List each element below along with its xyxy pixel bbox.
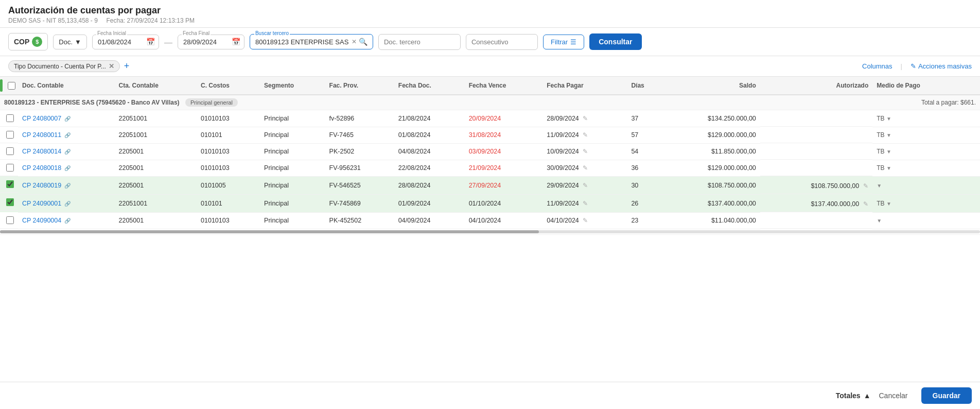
select-all-checkbox[interactable] [8, 82, 15, 90]
row-saldo: $11.040.000,00 [663, 212, 760, 229]
row-fecha-vence: 21/09/2024 [465, 160, 543, 176]
filter-icon: ☰ [570, 38, 576, 46]
row-checkbox-3[interactable] [6, 164, 14, 172]
medio-pago-dropdown-1[interactable]: ▼ [886, 132, 891, 138]
edit-fecha-pagar-icon-5[interactable]: ✎ [583, 200, 588, 207]
consultar-button[interactable]: Consultar [589, 33, 641, 50]
doc-link-2[interactable]: CP 24080014 [22, 148, 61, 155]
doc-link-0[interactable]: CP 24080007 [22, 115, 61, 122]
totales-button[interactable]: Totales ▲ [836, 391, 871, 400]
consecutivo-input[interactable] [466, 34, 538, 50]
medio-pago-dropdown-5[interactable]: ▼ [886, 201, 891, 207]
chevron-down-icon: ▼ [75, 38, 81, 46]
doc-link-4[interactable]: CP 24080019 [22, 182, 61, 189]
row-checkbox-cell[interactable] [0, 160, 18, 176]
edit-autorizado-icon-5[interactable]: ✎ [863, 200, 868, 208]
date-separator: — [164, 38, 172, 47]
medio-pago-dropdown-6[interactable]: ▼ [877, 218, 882, 224]
th-fecha-doc: Fecha Doc. [394, 77, 465, 95]
remove-filter-tag-button[interactable]: ✕ [109, 62, 114, 70]
medio-pago-dropdown-0[interactable]: ▼ [886, 116, 891, 122]
doc-link-5[interactable]: CP 24090001 [22, 200, 61, 207]
row-checkbox-cell[interactable] [0, 110, 18, 127]
edit-fecha-pagar-icon-2[interactable]: ✎ [583, 148, 588, 155]
footer-right: Cancelar Guardar [871, 387, 972, 404]
edit-fecha-pagar-icon-4[interactable]: ✎ [583, 182, 588, 189]
edit-autorizado-icon-4[interactable]: ✎ [863, 182, 868, 190]
row-cta-contable: 22051001 [115, 127, 197, 143]
external-link-icon-5[interactable]: 🔗 [64, 201, 71, 207]
row-doc-contable: CP 24080019 🔗 [18, 176, 115, 194]
row-cta-contable: 2205001 [115, 212, 197, 229]
row-fecha-doc: 28/08/2024 [394, 176, 465, 194]
doc-link-3[interactable]: CP 24080018 [22, 164, 61, 172]
row-cta-contable: 2205001 [115, 143, 197, 160]
row-checkbox-1[interactable] [6, 131, 14, 139]
doc-type-button[interactable]: Doc. ▼ [53, 35, 87, 49]
currency-selector[interactable]: COP $ [8, 33, 48, 50]
currency-icon: $ [32, 37, 42, 47]
acciones-masivas-button[interactable]: ✎ Acciones masivas [911, 62, 972, 70]
filtrar-button[interactable]: Filtrar ☰ [543, 35, 584, 49]
row-fecha-doc: 04/09/2024 [394, 212, 465, 229]
calendar-icon-inicial[interactable]: 📅 [146, 38, 155, 46]
doc-link-6[interactable]: CP 24090004 [22, 217, 61, 224]
clear-tercero-icon[interactable]: ✕ [352, 38, 357, 45]
fecha-inicial-field: Fecha Inicial 📅 [92, 35, 159, 49]
external-link-icon-4[interactable]: 🔗 [64, 183, 71, 189]
row-checkbox-cell[interactable] [0, 143, 18, 160]
external-link-icon-2[interactable]: 🔗 [64, 149, 71, 155]
row-checkbox-4[interactable] [6, 180, 14, 188]
totales-label: Totales [836, 391, 861, 400]
doc-link-1[interactable]: CP 24080011 [22, 131, 61, 139]
cancel-button[interactable]: Cancelar [871, 387, 916, 404]
row-autorizado [760, 167, 872, 176]
external-link-icon-1[interactable]: 🔗 [64, 132, 71, 138]
edit-icon: ✎ [911, 62, 916, 70]
row-checkbox-cell[interactable] [0, 212, 18, 229]
row-doc-contable: CP 24080018 🔗 [18, 160, 115, 176]
row-checkbox-2[interactable] [6, 147, 14, 155]
th-autorizado: Autorizado [760, 77, 872, 95]
currency-label: COP [14, 38, 29, 46]
row-saldo: $11.850.000,00 [663, 143, 760, 160]
row-dias: 30 [627, 176, 663, 194]
guardar-button[interactable]: Guardar [921, 387, 972, 404]
row-checkbox-cell[interactable] [0, 127, 18, 143]
row-fecha-pagar: 30/09/2024 ✎ [542, 160, 627, 176]
row-checkbox-cell[interactable] [0, 176, 18, 193]
edit-fecha-pagar-icon-3[interactable]: ✎ [583, 164, 588, 172]
external-link-icon-0[interactable]: 🔗 [64, 116, 71, 122]
columnas-button[interactable]: Columnas [862, 62, 892, 70]
row-checkbox-0[interactable] [6, 114, 14, 122]
search-icon[interactable]: 🔍 [359, 38, 367, 46]
row-medio-pago: TB ▼ [872, 143, 980, 160]
external-link-icon-3[interactable]: 🔗 [64, 165, 71, 171]
row-doc-contable: CP 24090004 🔗 [18, 212, 115, 229]
medio-pago-dropdown-4[interactable]: ▼ [877, 183, 882, 189]
toolbar: COP $ Doc. ▼ Fecha Inicial 📅 — Fecha Fin… [0, 28, 980, 56]
row-dias: 26 [627, 194, 663, 212]
buscar-tercero-label: Buscar tercero [254, 30, 290, 36]
medio-pago-badge-2: TB [877, 148, 884, 155]
row-c-costos: 010101 [197, 127, 260, 143]
edit-fecha-pagar-icon-1[interactable]: ✎ [583, 131, 588, 139]
add-filter-button[interactable]: + [124, 61, 130, 72]
row-cta-contable: 2205001 [115, 160, 197, 176]
row-c-costos: 0101005 [197, 176, 260, 194]
chevron-up-icon: ▲ [864, 391, 871, 400]
doc-tercero-input[interactable] [378, 34, 461, 50]
row-checkbox-5[interactable] [6, 198, 14, 206]
th-c-costos: C. Costos [197, 77, 260, 95]
medio-pago-dropdown-3[interactable]: ▼ [886, 165, 891, 171]
authorized-amount-4: $108.750.000,00 [811, 182, 859, 190]
medio-pago-dropdown-2[interactable]: ▼ [886, 149, 891, 155]
edit-fecha-pagar-icon-6[interactable]: ✎ [583, 217, 588, 224]
calendar-icon-final[interactable]: 📅 [232, 38, 240, 46]
row-checkbox-6[interactable] [6, 216, 14, 224]
edit-fecha-pagar-icon-0[interactable]: ✎ [583, 115, 588, 122]
table-row: CP 24090001 🔗 22051001 010101 Principal … [0, 194, 980, 212]
table-row: CP 24080014 🔗 2205001 01010103 Principal… [0, 143, 980, 160]
row-checkbox-cell[interactable] [0, 194, 18, 211]
external-link-icon-6[interactable]: 🔗 [64, 218, 71, 224]
